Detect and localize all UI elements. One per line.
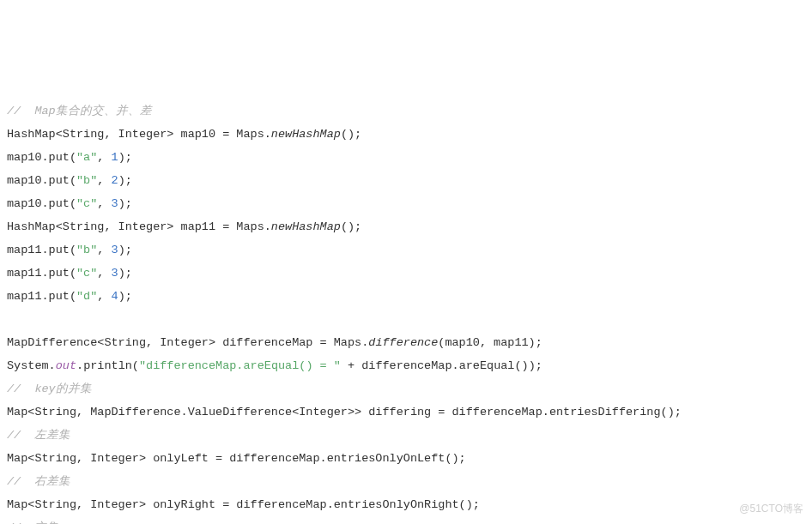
code-text: ); [118,244,132,256]
code-text: map11.put( [7,290,76,303]
code-text: ); [118,151,132,164]
code-string: "b" [76,174,97,187]
code-text: , [97,151,111,164]
code-text: , [97,290,111,303]
code-number: 3 [112,197,118,210]
code-block: // Map集合的交、并、差 HashMap<String, Integer> … [7,99,805,524]
code-number: 4 [112,290,118,303]
code-number: 2 [112,174,118,187]
code-static-method: newHashMap [271,220,341,233]
code-text: ); [118,174,132,187]
code-text: Map<String, Integer> onlyLeft = differen… [7,452,466,465]
code-text: (map10, map11); [438,336,542,349]
code-comment: // Map集合的交、并、差 [7,105,152,117]
code-text: MapDifference<String, Integer> differenc… [7,336,368,349]
code-text: + differenceMap.areEqual()); [341,359,542,372]
code-text: (); [341,220,361,233]
code-text: ); [118,197,132,210]
code-string: "d" [76,290,97,303]
code-string: "b" [76,244,97,256]
code-static-method: difference [368,336,438,349]
code-comment: // 左差集 [7,429,70,442]
code-field: out [56,359,76,372]
code-static-method: newHashMap [271,128,341,141]
code-number: 1 [112,151,118,164]
code-text: map11.put( [7,244,76,256]
watermark-text: @51CTO博客 [739,497,803,521]
code-string: "a" [76,151,97,164]
code-text: Map<String, Integer> onlyRight = differe… [7,498,480,511]
code-text: , [97,267,111,280]
code-text: , [97,244,111,256]
code-text: map10.put( [7,174,76,187]
code-comment: // key的并集 [7,382,92,395]
code-number: 3 [112,244,118,256]
code-text: map10.put( [7,197,76,210]
code-comment: // 右差集 [7,475,70,488]
code-text: Map<String, MapDifference.ValueDifferenc… [7,406,682,419]
code-text: System. [7,359,56,372]
code-text: HashMap<String, Integer> map11 = Maps. [7,220,271,233]
code-text: , [97,174,111,187]
code-string: "differenceMap.areEqual() = " [139,359,341,372]
code-text: HashMap<String, Integer> map10 = Maps. [7,128,271,141]
code-text: , [97,197,111,210]
code-text: .println( [76,359,139,372]
code-text: ); [118,267,132,280]
code-text: ); [118,290,132,303]
code-string: "c" [76,267,97,280]
code-text: map11.put( [7,267,76,280]
code-number: 3 [112,267,118,280]
code-text: (); [341,128,361,141]
code-string: "c" [76,197,97,210]
code-text: map10.put( [7,151,76,164]
